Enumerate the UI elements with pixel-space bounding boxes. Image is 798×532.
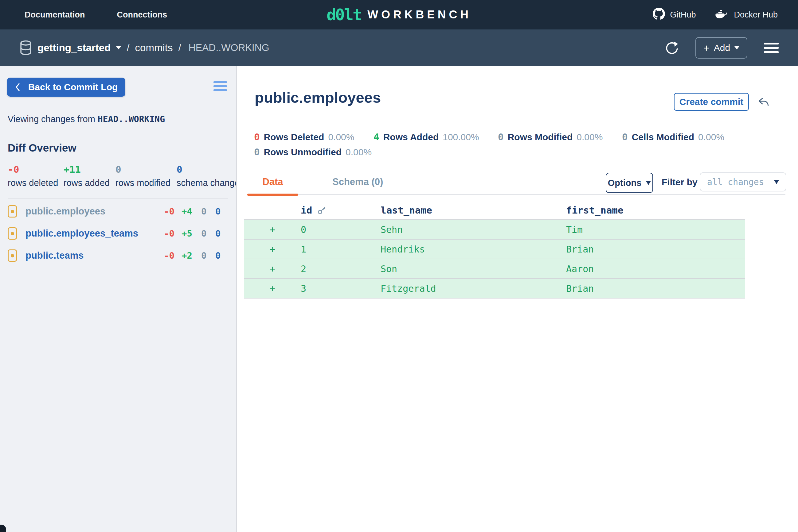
breadcrumb-separator: / <box>127 42 129 54</box>
create-commit-button[interactable]: Create commit <box>674 93 749 111</box>
stat-rows-deleted: 0 Rows Deleted 0.00% <box>254 131 354 142</box>
stat-rows-added: 4 Rows Added 100.00% <box>374 131 479 142</box>
table-icon <box>8 227 17 240</box>
cell-first-name: Brian <box>566 283 745 294</box>
diff-table: id last_name first_name + 0 Sehn Tim <box>244 201 745 299</box>
tab-data[interactable]: Data <box>247 176 298 194</box>
filter-select[interactable]: all changes <box>700 172 786 191</box>
github-label: GitHub <box>670 10 696 20</box>
database-name: getting_started <box>37 42 111 54</box>
column-header-first-name: first_name <box>566 205 745 216</box>
breadcrumb-commits[interactable]: commits <box>135 42 173 54</box>
table-row: + 3 Fitzgerald Brian <box>244 278 745 299</box>
filter-select-value: all changes <box>707 177 764 187</box>
stat-rows-unmodified: 0 Rows Unmodified 0.00% <box>254 146 371 157</box>
viewing-prefix: Viewing changes from <box>8 114 95 124</box>
refresh-button[interactable] <box>665 41 679 55</box>
active-tab-underline <box>247 194 298 196</box>
cell-id: 2 <box>301 264 381 274</box>
cell-first-name: Brian <box>566 244 745 255</box>
cell-first-name: Tim <box>566 224 745 235</box>
sidebar-item-public-teams[interactable]: public.teams -0 +2 0 0 <box>8 248 236 263</box>
tab-data-label: Data <box>262 176 283 187</box>
dockerhub-label: Docker Hub <box>734 10 778 20</box>
dolt-logo-text: d0lt <box>327 7 361 23</box>
diff-sidebar: Back to Commit Log Viewing changes from … <box>0 66 237 532</box>
main-content: public.employees Create commit 0 Rows De… <box>237 66 798 532</box>
nav-links: Documentation Connections <box>24 10 167 20</box>
table-name: public.teams <box>25 250 84 261</box>
sidebar-item-public-employees-teams[interactable]: public.employees_teams -0 +5 0 0 <box>8 226 236 241</box>
page-title: public.employees <box>255 89 381 106</box>
stat-rows-added: +11 rows added <box>64 164 110 188</box>
row-added-sign: + <box>244 264 301 274</box>
dolt-workbench-logo: d0lt WORKBENCH <box>327 7 471 23</box>
divider <box>8 198 228 198</box>
undo-icon <box>758 97 770 108</box>
table-name: public.employees <box>25 206 105 217</box>
menu-icon[interactable] <box>764 43 779 53</box>
row-added-sign: + <box>244 283 301 294</box>
row-added-sign: + <box>244 244 301 255</box>
back-button-label: Back to Commit Log <box>28 82 118 92</box>
column-header-last-name: last_name <box>381 205 566 216</box>
breadcrumb-separator: / <box>178 42 181 54</box>
add-button[interactable]: + Add <box>695 37 747 59</box>
chevron-down-icon <box>734 46 739 50</box>
cell-last-name: Hendriks <box>381 244 566 255</box>
cell-first-name: Aaron <box>566 264 745 274</box>
cell-last-name: Fitzgerald <box>381 283 566 294</box>
refresh-icon <box>665 41 679 55</box>
chevron-down-icon <box>646 181 651 185</box>
diff-overview-title: Diff Overview <box>8 142 76 154</box>
tab-schema[interactable]: Schema (0) <box>332 176 383 188</box>
viewing-ref: HEAD..WORKING <box>98 114 165 124</box>
chevron-left-icon <box>15 82 21 92</box>
column-header-id: id <box>301 205 312 216</box>
chevron-down-icon <box>774 180 779 184</box>
stat-cells-modified: 0 Cells Modified 0.00% <box>622 131 724 142</box>
stat-rows-modified: 0 Rows Modified 0.00% <box>498 131 603 142</box>
cell-last-name: Son <box>381 264 566 274</box>
undo-button[interactable] <box>758 97 770 108</box>
database-selector[interactable]: getting_started <box>37 42 121 54</box>
table-name: public.employees_teams <box>25 228 138 239</box>
stat-rows-deleted: -0 rows deleted <box>8 164 58 188</box>
table-icon <box>8 205 17 217</box>
plus-icon: + <box>703 43 709 53</box>
options-label: Options <box>608 178 642 188</box>
primary-key-icon <box>317 205 327 215</box>
back-to-commit-log-button[interactable]: Back to Commit Log <box>7 78 125 97</box>
top-navbar: Documentation Connections d0lt WORKBENCH… <box>0 0 798 30</box>
app-root: Documentation Connections d0lt WORKBENCH… <box>0 0 798 532</box>
cell-id: 1 <box>301 244 381 255</box>
breadcrumb: getting_started / commits / HEAD..WORKIN… <box>20 40 269 56</box>
stat-schema-changed: 0 schema changed <box>177 164 237 188</box>
filter-by-label: Filter by <box>661 177 697 188</box>
breadcrumb-toolbar: getting_started / commits / HEAD..WORKIN… <box>0 30 798 66</box>
nav-link-documentation[interactable]: Documentation <box>24 10 85 20</box>
github-icon <box>653 8 665 22</box>
table-row: + 0 Sehn Tim <box>244 220 745 239</box>
dockerhub-link[interactable]: Docker Hub <box>715 8 778 21</box>
viewing-changes-text: Viewing changes from HEAD..WORKING <box>8 114 165 124</box>
toolbar-actions: + Add <box>665 37 779 59</box>
github-link[interactable]: GitHub <box>653 8 696 22</box>
options-button[interactable]: Options <box>606 173 653 193</box>
workbench-logo-text: WORKBENCH <box>367 8 471 21</box>
chevron-down-icon <box>116 46 121 50</box>
cell-id: 0 <box>301 224 381 235</box>
diff-table-header: id last_name first_name <box>244 201 745 220</box>
table-row: + 1 Hendriks Brian <box>244 239 745 259</box>
sidebar-item-public-employees[interactable]: public.employees -0 +4 0 0 <box>8 204 236 219</box>
database-icon <box>20 40 32 56</box>
breadcrumb-ref: HEAD..WORKING <box>188 42 269 53</box>
add-button-label: Add <box>714 43 730 53</box>
nav-link-connections[interactable]: Connections <box>117 10 167 20</box>
nav-external-links: GitHub Docker Hub <box>653 8 778 22</box>
sidebar-menu-icon[interactable] <box>214 81 227 91</box>
stat-rows-modified: 0 rows modified <box>115 164 170 188</box>
row-added-sign: + <box>244 224 301 235</box>
table-row: + 2 Son Aaron <box>244 259 745 278</box>
table-icon <box>8 249 17 262</box>
